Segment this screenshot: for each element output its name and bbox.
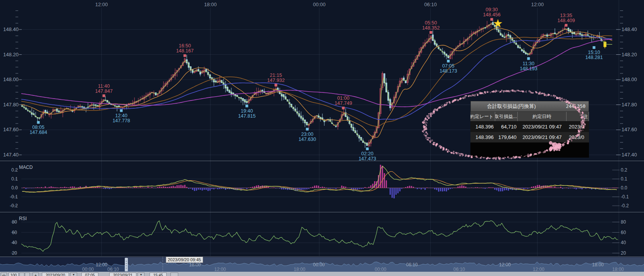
profit-table-header-row: 約定レート 取引損益... 約定日時 注: [470, 112, 589, 122]
svg-text:147.630: 147.630: [298, 137, 316, 142]
svg-text:08:05: 08:05: [32, 125, 44, 130]
swing-high-marker: [184, 54, 186, 57]
cell-rate: 148.396: [470, 132, 495, 142]
svg-text:148.193: 148.193: [520, 66, 537, 71]
svg-text:06:10: 06:10: [453, 267, 465, 272]
svg-text:18:00: 18:00: [204, 2, 217, 7]
col-header-order[interactable]: 注: [567, 112, 589, 121]
swing-high-marker: [275, 84, 277, 87]
col-header-rate[interactable]: 約定レート: [470, 112, 495, 121]
svg-text:11:30: 11:30: [523, 61, 534, 66]
svg-text:147.815: 147.815: [238, 113, 255, 119]
svg-text:09:30: 09:30: [486, 7, 498, 12]
svg-text:80: 80: [621, 219, 626, 225]
svg-text:-0.1: -0.1: [621, 194, 629, 200]
cell-exec-datetime: 2023/09/21 09:47: [518, 122, 567, 132]
swing-low-marker: [366, 148, 369, 150]
svg-text:147.749: 147.749: [334, 101, 352, 106]
date-from-input[interactable]: 2023/09/20: [42, 273, 69, 276]
trading-app-window: 12:0018:0000:0006:1012:00148.40148.40148…: [0, 0, 644, 276]
svg-text:0.0: 0.0: [621, 185, 627, 191]
svg-text:148.456: 148.456: [483, 12, 500, 17]
date-to-dropdown-icon[interactable]: ▼: [138, 273, 145, 276]
svg-text:01:00: 01:00: [337, 95, 349, 101]
swing-high-marker: [103, 94, 105, 97]
svg-text:06:10: 06:10: [406, 262, 418, 267]
col-header-exec-datetime[interactable]: 約定日時: [518, 112, 567, 121]
zoom-plus-button[interactable]: +: [33, 273, 39, 276]
svg-text:18:00: 18:00: [294, 267, 305, 272]
interval-label: 分: [1, 273, 7, 276]
swing-low-marker: [447, 60, 450, 62]
swing-high-marker: [491, 18, 493, 21]
swing-low-marker: [37, 121, 40, 124]
svg-text:16:50: 16:50: [179, 43, 191, 49]
svg-text:147.847: 147.847: [95, 89, 112, 94]
count-stepper-up[interactable]: [25, 273, 30, 276]
svg-text:23:00: 23:00: [301, 132, 313, 137]
time-to-input[interactable]: 15:45: [150, 273, 167, 276]
bottom-toolbar[interactable]: 分 100 + 2023/09/20 ▼ 07:05 2023/09/21 ▼ …: [0, 272, 644, 276]
svg-text:147.932: 147.932: [267, 78, 284, 83]
cell-exec-datetime: 2023/09/21 09:47: [518, 132, 567, 142]
svg-text:147.80: 147.80: [622, 102, 637, 108]
bar-count-input[interactable]: 100: [9, 273, 19, 276]
svg-text:148.173: 148.173: [439, 68, 457, 74]
swing-low-marker: [306, 128, 309, 130]
svg-text:05:50: 05:50: [425, 20, 437, 26]
svg-text:147.60: 147.60: [622, 127, 637, 132]
date-from-dropdown-icon[interactable]: ▼: [70, 273, 77, 276]
swing-low-marker: [246, 104, 248, 107]
navigator-strip[interactable]: 12:0018:0000:0006:1012:0018:0000:0006:10…: [0, 257, 644, 272]
svg-text:18:00: 18:00: [612, 267, 624, 272]
svg-text:21:15: 21:15: [270, 73, 282, 78]
col-header-pnl[interactable]: 取引損益...: [495, 112, 518, 121]
cell-order-datetime: 2023/0: [567, 132, 589, 142]
cell-pnl: 179,640: [495, 132, 518, 142]
svg-text:00:00: 00:00: [375, 267, 386, 272]
count-stepper-down[interactable]: [19, 273, 24, 276]
svg-text:148.20: 148.20: [622, 52, 637, 57]
svg-text:07:05: 07:05: [442, 63, 454, 69]
svg-text:147.778: 147.778: [112, 118, 130, 123]
svg-text:40: 40: [621, 240, 626, 245]
svg-text:147.684: 147.684: [29, 130, 47, 135]
svg-text:147.40: 147.40: [3, 152, 19, 158]
cell-pnl: 64,710: [495, 122, 518, 132]
svg-text:148.00: 148.00: [3, 76, 19, 82]
svg-text:0.1: 0.1: [621, 176, 627, 182]
svg-text:15:10: 15:10: [588, 50, 600, 55]
time-from-input[interactable]: 07:05: [81, 273, 98, 276]
navigator-tooltip: 2023/09/20 09:45: [166, 257, 203, 263]
swing-low-marker: [527, 57, 530, 60]
copy-page-icon[interactable]: [170, 273, 178, 276]
svg-text:148.20: 148.20: [3, 52, 19, 57]
profit-table-titlebar[interactable]: 合計取引損益(円換算) 244,350: [470, 101, 589, 112]
svg-text:12:00: 12:00: [533, 267, 544, 272]
svg-text:147.60: 147.60: [3, 127, 19, 132]
table-row[interactable]: 148.396 179,640 2023/09/21 09:47 2023/0: [470, 132, 589, 142]
swing-high-marker: [342, 107, 345, 109]
svg-text:18:00: 18:00: [592, 262, 604, 267]
profit-table-popup[interactable]: 合計取引損益(円換算) 244,350 約定レート 取引損益... 約定日時 注…: [470, 101, 589, 158]
svg-text:147.80: 147.80: [3, 102, 19, 108]
navigator-left-handle[interactable]: [125, 258, 128, 271]
svg-text:13:35: 13:35: [560, 13, 572, 18]
svg-text:06:10: 06:10: [424, 2, 437, 7]
svg-text:148.00: 148.00: [622, 76, 637, 82]
svg-text:148.40: 148.40: [622, 26, 637, 32]
svg-text:0.2: 0.2: [621, 167, 627, 173]
svg-text:02:20: 02:20: [361, 151, 373, 156]
svg-text:12:00: 12:00: [96, 262, 107, 267]
cell-order-datetime: 2023/0: [567, 122, 589, 132]
svg-text:148.40: 148.40: [3, 26, 19, 32]
swing-high-marker: [430, 31, 432, 34]
svg-text:00:00: 00:00: [313, 262, 325, 267]
svg-text:00:00: 00:00: [82, 267, 94, 272]
rsi-panel-title: RSI: [19, 216, 27, 221]
table-row[interactable]: 148.396 64,710 2023/09/21 09:47 2023/0: [470, 122, 589, 132]
svg-text:-0.2: -0.2: [621, 203, 629, 208]
date-to-input[interactable]: 2023/09/21: [109, 273, 136, 276]
svg-text:12:00: 12:00: [214, 267, 226, 272]
svg-text:148.409: 148.409: [557, 18, 575, 23]
